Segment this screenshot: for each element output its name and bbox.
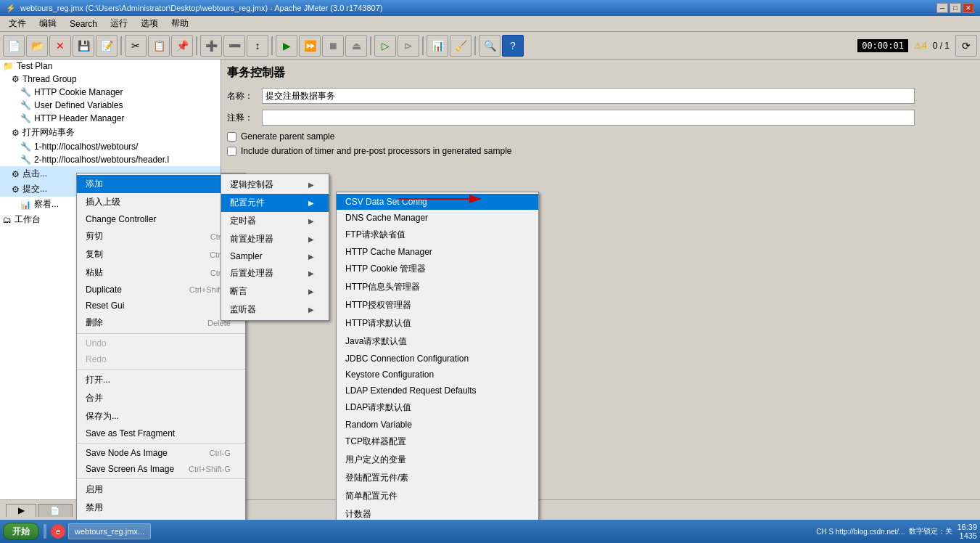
panel-title: 事务控制器 [227,65,974,81]
submenu-add-config[interactable]: 配置元件 ▶ [221,194,329,212]
start-button[interactable]: 开始 [3,523,39,540]
menu-file[interactable]: 文件 [3,16,32,31]
config-simple[interactable]: 简单配置元件 [337,487,538,505]
config-http-defaults[interactable]: HTTP请求默认值 [337,314,538,332]
tb-copy-button[interactable]: 📋 [148,35,170,57]
config-http-cache[interactable]: HTTP Cache Manager [337,244,538,260]
ctx-paste-label: 粘贴 [86,266,103,279]
ctx-open[interactable]: 打开... [77,371,245,389]
taskbar-jmeter-app[interactable]: webtours_reg.jmx... [68,523,151,539]
submenu-add-logic[interactable]: 逻辑控制器 ▶ [221,176,329,194]
tb-expand-button[interactable]: ➕ [200,35,222,57]
tb-saveas-button[interactable]: 📝 [96,35,118,57]
tree-item-http1[interactable]: 🔧 1-http://localhost/webtours/ [0,140,221,153]
config-jdbc[interactable]: JDBC Connection Configuration [337,351,538,367]
timer-arrow: ▶ [308,217,314,225]
ctx-save-fragment[interactable]: Save as Test Fragment [77,425,245,441]
tb-close-button[interactable]: ✕ [49,35,71,57]
minimize-button[interactable]: ─ [936,3,948,13]
ctx-disable[interactable]: 禁用 [77,499,245,517]
tb-sep6 [474,36,476,55]
config-java-defaults[interactable]: Java请求默认值 [337,332,538,351]
tree-item-testplan[interactable]: 📁 Test Plan [0,60,221,73]
tb-stop-button[interactable]: ⏹ [322,35,344,57]
config-ldap-extended[interactable]: LDAP Extended Request Defaults [337,383,538,399]
tb-clear-button[interactable]: 🧹 [450,35,472,57]
tb-start-no-pause-button[interactable]: ⏩ [299,35,321,57]
config-random[interactable]: Random Variable [337,417,538,433]
tb-shutdown-button[interactable]: ⏏ [345,35,367,57]
tree-icon-uservars: 🔧 [20,100,31,110]
comment-input[interactable] [262,110,915,126]
submenu-add-timer[interactable]: 定时器 ▶ [221,212,329,230]
include-duration-checkbox[interactable] [227,147,236,156]
tree-item-http2[interactable]: 🔧 2-http://localhost/webtours/header.l [0,153,221,166]
tb-collapse-button[interactable]: ➖ [223,35,245,57]
menu-search[interactable]: Search [64,17,103,30]
menu-edit[interactable]: 编辑 [33,16,62,31]
config-keystore[interactable]: Keystore Configuration [337,367,538,383]
tb-save-button[interactable]: 💾 [73,35,94,57]
preproc-arrow: ▶ [308,235,314,243]
tb-paste-button[interactable]: 📌 [171,35,193,57]
ctx-insert-parent-label: 插入上级 [86,196,120,208]
ie-icon[interactable]: e [51,524,65,539]
submenu-assert-label: 断言 [230,285,247,298]
ctx-save-node-image[interactable]: Save Node As Image Ctrl-G [77,445,245,461]
config-ftp[interactable]: FTP请求缺省值 [337,226,538,244]
tree-item-headerMgr[interactable]: 🔧 HTTP Header Manager [0,112,221,125]
tb-help-button[interactable]: ? [502,35,524,57]
name-input[interactable] [262,88,915,104]
logic-arrow: ▶ [308,181,314,189]
config-csv[interactable]: CSV Data Set Config [337,194,538,210]
ctx-save-screen-shortcut: Ctrl+Shift-G [189,465,231,473]
tb-report-button[interactable]: 📊 [427,35,448,57]
ctx-reset-label: Reset Gui [86,301,124,311]
tb-search-button[interactable]: 🔍 [479,35,501,57]
config-http-cookie[interactable]: HTTP Cookie 管理器 [337,260,538,278]
tb-page-nav-button[interactable]: ⟳ [955,35,977,57]
ctx-merge[interactable]: 合并 [77,389,245,407]
config-uservars[interactable]: 用户定义的变量 [337,451,538,469]
menu-help[interactable]: 帮助 [165,16,194,31]
tree-item-uservars[interactable]: 🔧 User Defined Variables [0,99,221,112]
tb-start-button[interactable]: ▶ [276,35,297,57]
title-bar-left: ⚡ webtours_reg.jmx (C:\Users\Administrat… [6,4,382,13]
tree-item-threadgroup[interactable]: ⚙ Thread Group [0,73,221,86]
ctx-saveas[interactable]: 保存为... [77,407,245,425]
ctx-enable-label: 启用 [86,483,103,496]
tb-remote-start-button[interactable]: ▷ [374,35,396,57]
config-http-auth[interactable]: HTTP授权管理器 [337,296,538,314]
generate-parent-checkbox[interactable] [227,132,236,142]
close-button[interactable]: ✕ [963,3,974,13]
comment-label: 注释： [227,112,256,124]
submenu-add-listener[interactable]: 监听器 ▶ [221,301,329,319]
config-tcp[interactable]: TCP取样器配置 [337,433,538,451]
submenu-add: 逻辑控制器 ▶ 配置元件 ▶ 定时器 ▶ 前置处理器 ▶ Sampler ▶ 后… [221,173,329,321]
submenu-add-preproc[interactable]: 前置处理器 ▶ [221,230,329,248]
tb-open-button[interactable]: 📂 [26,35,48,57]
config-http-header[interactable]: HTTP信息头管理器 [337,278,538,296]
menu-run[interactable]: 运行 [104,16,133,31]
menu-bar: 文件 编辑 Search 运行 选项 帮助 [0,16,980,32]
submenu-add-postproc[interactable]: 后置处理器 ▶ [221,264,329,282]
submenu-add-sampler[interactable]: Sampler ▶ [221,248,329,264]
tab-run[interactable]: ▶ [6,504,36,517]
config-dns[interactable]: DNS Cache Manager [337,210,538,226]
tb-remote-stop-button[interactable]: ⊳ [398,35,419,57]
config-ldap[interactable]: LDAP请求默认值 [337,399,538,417]
tree-item-open-web[interactable]: ⚙ 打开网站事务 [0,125,221,140]
menu-options[interactable]: 选项 [135,16,164,31]
tb-cut-button[interactable]: ✂ [125,35,147,57]
config-login[interactable]: 登陆配置元件/素 [337,469,538,487]
ctx-save-screen-image[interactable]: Save Screen As Image Ctrl+Shift-G [77,461,245,477]
ctx-enable[interactable]: 启用 [77,481,245,499]
tb-new-button[interactable]: 📄 [3,35,25,57]
config-http-cookie-label: HTTP Cookie 管理器 [345,263,426,275]
tree-item-cookie[interactable]: 🔧 HTTP Cookie Manager [0,86,221,99]
tb-toggle-button[interactable]: ↕ [247,35,268,57]
submenu-add-assert[interactable]: 断言 ▶ [221,282,329,301]
clock-display: 16:39 1435 [957,523,977,540]
maximize-button[interactable]: □ [950,3,961,13]
tab-file[interactable]: 📄 [38,504,73,517]
